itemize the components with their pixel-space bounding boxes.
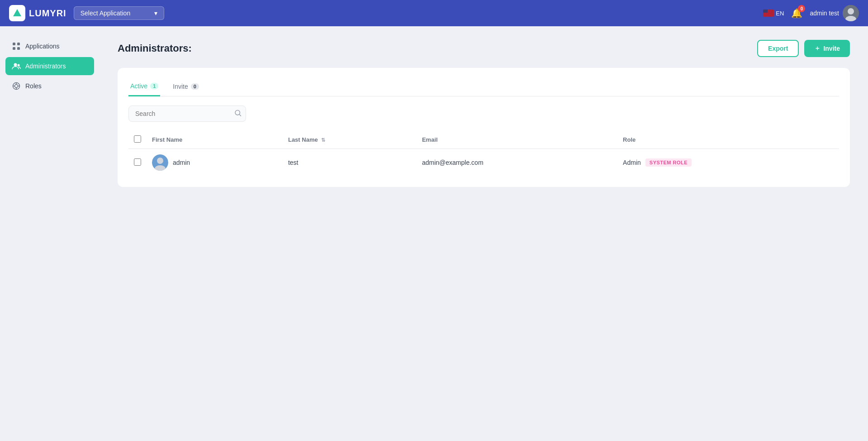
header-actions: Export ＋ Invite [757, 40, 850, 57]
chevron-down-icon: ▾ [154, 10, 157, 17]
page-title: Administrators: [118, 43, 192, 54]
user-menu[interactable]: admin test [810, 5, 859, 21]
tabs: Active 1 Invite 0 [128, 79, 839, 96]
svg-rect-5 [17, 43, 20, 45]
avatar [843, 5, 859, 21]
flag-icon [763, 10, 774, 17]
svg-rect-6 [13, 47, 15, 50]
administrators-table: First Name Last Name ⇅ Email Role [128, 131, 839, 176]
invite-button[interactable]: ＋ Invite [804, 40, 850, 57]
sidebar-item-label: Applications [25, 43, 60, 50]
col-first-name: First Name [147, 131, 283, 149]
main-layout: Applications Administrators [0, 26, 868, 441]
user-first-name: admin [173, 159, 190, 166]
logo-icon [9, 5, 25, 21]
main-content: Administrators: Export ＋ Invite Active 1… [100, 26, 868, 441]
admin-card: Active 1 Invite 0 [118, 68, 850, 187]
svg-point-19 [157, 158, 163, 164]
user-email: admin@example.com [417, 149, 617, 177]
search-icon [234, 110, 242, 117]
administrators-icon [12, 62, 21, 71]
role-cell: Admin SYSTEM ROLE [623, 158, 834, 167]
search-icon-button[interactable] [234, 110, 242, 118]
content-header: Administrators: Export ＋ Invite [118, 40, 850, 57]
header: LUMYRI Select Application ▾ EN 🔔 0 admin… [0, 0, 868, 26]
sidebar-item-applications[interactable]: Applications [5, 37, 94, 55]
select-all-checkbox[interactable] [134, 135, 141, 143]
svg-rect-7 [17, 47, 20, 50]
notification-badge: 0 [798, 5, 805, 12]
svg-point-9 [18, 64, 20, 67]
sidebar-item-label: Roles [25, 82, 42, 90]
svg-rect-4 [13, 43, 15, 45]
invite-label: Invite [823, 45, 840, 52]
svg-point-2 [848, 8, 854, 14]
plus-icon: ＋ [814, 44, 821, 53]
user-last-name: test [283, 149, 417, 177]
search-input[interactable] [128, 105, 246, 122]
app-selector-dropdown[interactable]: Select Application ▾ [74, 6, 164, 20]
svg-marker-0 [13, 9, 21, 16]
sidebar-item-label: Administrators [25, 62, 66, 70]
row-checkbox[interactable] [134, 158, 141, 166]
lang-label: EN [776, 10, 784, 17]
user-cell: admin [152, 154, 277, 171]
logo: LUMYRI [9, 5, 66, 21]
language-button[interactable]: EN [763, 10, 784, 17]
header-right: EN 🔔 0 admin test [763, 5, 859, 21]
role-text: Admin [623, 159, 641, 166]
sidebar-item-administrators[interactable]: Administrators [5, 57, 94, 75]
search-wrapper [128, 105, 246, 122]
user-name: admin test [810, 10, 839, 17]
tab-invite-label: Invite [173, 83, 188, 90]
roles-icon [12, 81, 21, 91]
logo-text: LUMYRI [29, 8, 66, 19]
svg-point-10 [15, 85, 18, 88]
tab-invite[interactable]: Invite 0 [171, 79, 201, 96]
applications-icon [12, 42, 21, 51]
sidebar: Applications Administrators [0, 26, 100, 441]
col-last-name: Last Name ⇅ [283, 131, 417, 149]
svg-line-17 [239, 115, 241, 116]
export-button[interactable]: Export [757, 40, 799, 57]
svg-point-8 [14, 63, 17, 67]
tab-active-label: Active [130, 82, 147, 90]
col-role: Role [617, 131, 839, 149]
sidebar-item-roles[interactable]: Roles [5, 77, 94, 95]
header-left: LUMYRI Select Application ▾ [9, 5, 164, 21]
table-row: admin test admin@example.com Admin SYSTE… [128, 149, 839, 177]
tab-active[interactable]: Active 1 [128, 79, 160, 96]
app-selector-label: Select Application [81, 10, 131, 17]
tab-invite-badge: 0 [191, 83, 199, 90]
sort-icon: ⇅ [321, 137, 325, 143]
notifications-button[interactable]: 🔔 0 [791, 8, 802, 19]
col-email: Email [417, 131, 617, 149]
tab-active-badge: 1 [150, 83, 158, 89]
user-avatar [152, 154, 168, 171]
system-role-badge: SYSTEM ROLE [645, 158, 692, 167]
